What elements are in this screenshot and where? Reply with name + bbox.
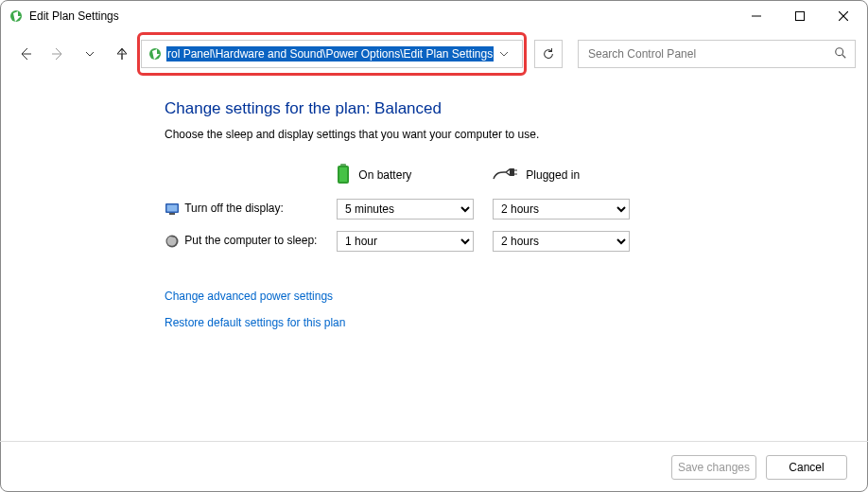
link-restore[interactable]: Restore default settings for this plan (165, 316, 867, 329)
address-dropdown[interactable] (494, 49, 514, 59)
save-button[interactable]: Save changes (671, 455, 756, 480)
search-input[interactable] (586, 46, 834, 62)
sleep-battery-combo[interactable]: 1 hour (337, 231, 474, 252)
sleep-icon (165, 234, 180, 249)
row-sleep: Put the computer to sleep: 1 hour 2 hour… (165, 225, 639, 257)
content-pane: Change settings for the plan: Balanced C… (1, 77, 867, 329)
page-subtitle: Choose the sleep and display settings th… (165, 128, 867, 141)
display-battery-combo[interactable]: 5 minutes (337, 199, 474, 220)
settings-grid: On battery Plugged in Turn off the displ… (165, 158, 639, 257)
row-display-label: Turn off the display: (184, 202, 284, 215)
page-heading: Change settings for the plan: Balanced (165, 99, 867, 118)
battery-icon (337, 164, 350, 187)
cancel-button[interactable]: Cancel (766, 455, 847, 480)
minimize-button[interactable] (735, 2, 778, 30)
sleep-plugged-combo[interactable]: 2 hours (493, 231, 630, 252)
col-battery-label: On battery (358, 168, 411, 182)
footer-bar: Save changes Cancel (0, 441, 868, 492)
search-icon[interactable] (834, 46, 847, 62)
address-bar-wrap: rol Panel\Hardware and Sound\Power Optio… (141, 36, 523, 72)
address-path: rol Panel\Hardware and Sound\Power Optio… (166, 46, 494, 62)
svg-line-10 (842, 54, 846, 58)
control-panel-icon (148, 46, 163, 62)
refresh-button[interactable] (534, 40, 563, 68)
display-plugged-combo[interactable]: 2 hours (493, 199, 630, 220)
svg-point-9 (836, 47, 843, 55)
svg-rect-19 (169, 213, 175, 215)
close-button[interactable] (822, 2, 865, 30)
window-title: Edit Plan Settings (29, 9, 735, 23)
recent-dropdown[interactable] (77, 41, 103, 67)
row-sleep-label: Put the computer to sleep: (184, 234, 317, 247)
col-plugged-label: Plugged in (526, 168, 580, 182)
back-button[interactable] (12, 41, 39, 67)
address-bar[interactable]: rol Panel\Hardware and Sound\Power Optio… (141, 40, 523, 68)
search-box[interactable] (578, 40, 856, 68)
title-bar: Edit Plan Settings (1, 1, 867, 31)
svg-rect-18 (167, 205, 178, 212)
svg-rect-14 (510, 168, 514, 176)
forward-button[interactable] (44, 41, 71, 67)
link-advanced[interactable]: Change advanced power settings (165, 290, 867, 303)
app-icon (9, 9, 24, 24)
display-icon (165, 202, 180, 217)
nav-toolbar: rol Panel\Hardware and Sound\Power Optio… (1, 31, 867, 77)
svg-rect-13 (339, 167, 347, 182)
row-display: Turn off the display: 5 minutes 2 hours (165, 193, 639, 225)
up-button[interactable] (109, 41, 135, 67)
maximize-button[interactable] (778, 2, 822, 30)
plugged-icon (493, 167, 517, 184)
svg-rect-2 (796, 12, 805, 21)
links-section: Change advanced power settings Restore d… (165, 290, 867, 329)
